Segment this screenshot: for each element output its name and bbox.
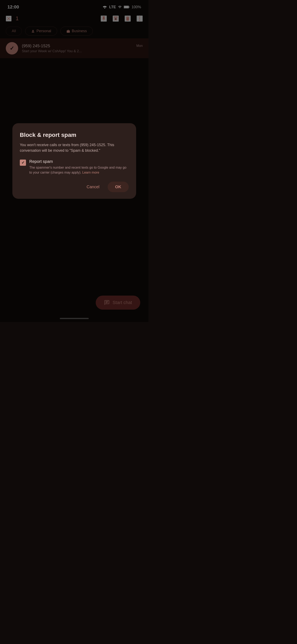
cancel-button[interactable]: Cancel bbox=[82, 182, 103, 192]
dialog-actions: Cancel OK bbox=[20, 182, 129, 192]
report-spam-row: ✓ Report spam The spammer's number and r… bbox=[20, 159, 129, 175]
dialog-title: Block & report spam bbox=[20, 132, 129, 138]
dialog-body: You won't receive calls or texts from (9… bbox=[20, 142, 129, 153]
check-icon: ✓ bbox=[21, 160, 24, 165]
report-spam-desc: The spammer's number and recent texts go… bbox=[29, 165, 129, 175]
dialog-overlay: Block & report spam You won't receive ca… bbox=[0, 0, 148, 322]
report-spam-checkbox[interactable]: ✓ bbox=[20, 160, 26, 166]
checkbox-label: Report spam The spammer's number and rec… bbox=[29, 159, 129, 175]
block-report-dialog: Block & report spam You won't receive ca… bbox=[12, 123, 136, 199]
ok-button[interactable]: OK bbox=[108, 182, 129, 192]
learn-more-link[interactable]: Learn more bbox=[82, 171, 99, 174]
report-spam-title: Report spam bbox=[29, 159, 129, 164]
